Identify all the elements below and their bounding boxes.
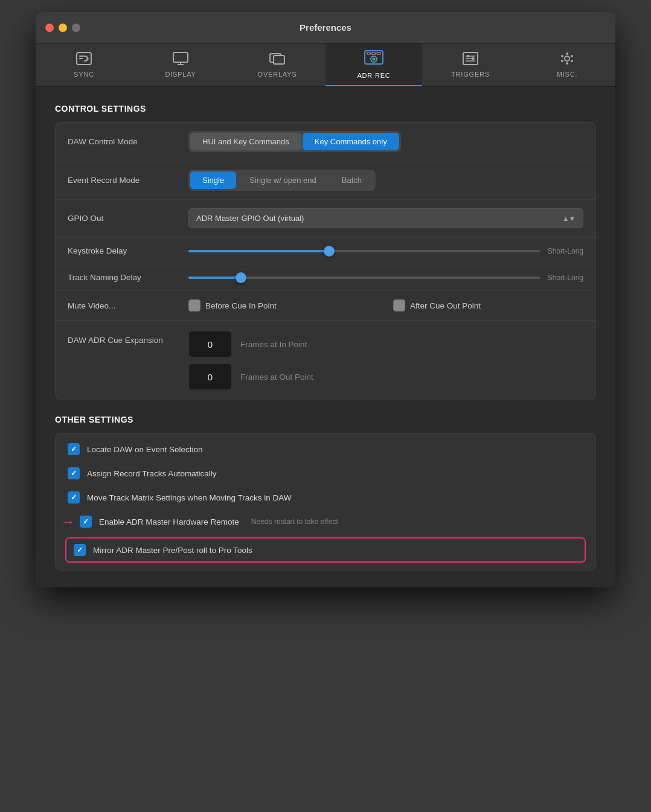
locate-daw-label: Locate DAW on Event Selection (87, 445, 203, 454)
tab-misc[interactable]: MISC. (519, 43, 615, 86)
after-cue-out-checkbox[interactable] (393, 299, 405, 312)
svg-point-11 (373, 57, 376, 60)
minimize-button[interactable] (59, 24, 67, 32)
dropdown-arrow-icon: ▲▼ (562, 215, 576, 222)
mirror-adr-label: Mirror ADR Master Pre/Post roll to Pro T… (93, 546, 252, 555)
svg-point-22 (571, 55, 573, 57)
out-point-value[interactable]: 0 (188, 363, 232, 390)
keystroke-delay-thumb[interactable] (324, 246, 335, 257)
triggers-icon (462, 51, 479, 68)
tab-sync[interactable]: SYNC (36, 43, 132, 86)
track-naming-delay-fill (188, 277, 241, 279)
tab-misc-label: MISC. (557, 71, 578, 78)
control-settings-header: CONTROL SETTINGS (55, 104, 596, 113)
keystroke-delay-label: Keystroke Delay (68, 246, 188, 255)
svg-rect-9 (377, 53, 380, 54)
other-settings-header: OTHER SETTINGS (55, 415, 596, 424)
in-point-label: Frames at In Point (240, 340, 307, 349)
gpio-out-value: ADR Master GPIO Out (virtual) (196, 214, 304, 223)
track-naming-delay-control: Short-Long (188, 273, 583, 282)
event-record-segmented: Single Single w/ open end Batch (188, 170, 376, 191)
mute-video-control: Before Cue In Point After Cue Out Point (188, 299, 583, 312)
daw-adr-cue-control: 0 Frames at In Point 0 Frames at Out Poi… (188, 331, 583, 390)
before-cue-in-row: Before Cue In Point (188, 299, 379, 312)
gpio-out-row: GPIO Out ADR Master GPIO Out (virtual) ▲… (56, 200, 595, 237)
svg-point-23 (561, 60, 563, 62)
mirror-adr-item: Mirror ADR Master Pre/Post roll to Pro T… (65, 537, 586, 563)
maximize-button[interactable] (72, 24, 80, 32)
track-naming-delay-max-label: Short-Long (548, 273, 583, 282)
sync-icon (75, 51, 92, 68)
other-settings-card: Locate DAW on Event Selection Assign Rec… (55, 433, 596, 571)
keystroke-delay-track[interactable] (188, 250, 540, 252)
key-commands-only-btn[interactable]: Key Commands only (303, 133, 399, 150)
mute-video-row: Mute Video... Before Cue In Point After … (56, 291, 595, 321)
content-area: CONTROL SETTINGS DAW Control Mode HUI an… (36, 87, 615, 587)
enable-adr-item: Enable ADR Master Hardware Remote Needs … (80, 510, 595, 534)
svg-point-18 (565, 56, 569, 61)
daw-adr-cue-row: DAW ADR Cue Expansion 0 Frames at In Poi… (56, 321, 595, 400)
in-point-value[interactable]: 0 (188, 331, 232, 357)
daw-control-segmented: HUI and Key Commands Key Commands only (188, 131, 401, 152)
svg-rect-8 (372, 53, 376, 54)
single-btn[interactable]: Single (190, 171, 236, 189)
gpio-out-label: GPIO Out (68, 214, 188, 223)
track-naming-delay-track[interactable] (188, 277, 540, 279)
assign-record-label: Assign Record Tracks Automatically (87, 469, 217, 478)
track-naming-delay-row: Track Naming Delay Short-Long (56, 264, 595, 291)
mirror-adr-checkbox[interactable] (74, 544, 86, 556)
gpio-out-control: ADR Master GPIO Out (virtual) ▲▼ (188, 208, 583, 228)
svg-rect-1 (173, 53, 188, 62)
enable-adr-wrapper: → Enable ADR Master Hardware Remote Need… (56, 510, 595, 534)
after-cue-out-row: After Cue Out Point (393, 299, 583, 312)
close-button[interactable] (45, 24, 54, 32)
tab-adr-rec[interactable]: ADR REC (326, 43, 422, 86)
event-record-mode-label: Event Record Mode (68, 176, 188, 185)
hui-key-commands-btn[interactable]: HUI and Key Commands (190, 133, 301, 150)
display-icon (172, 51, 189, 68)
move-track-matrix-checkbox[interactable] (68, 491, 80, 504)
out-point-label: Frames at Out Point (240, 372, 313, 382)
svg-point-20 (566, 62, 568, 65)
misc-icon (559, 51, 576, 68)
tab-triggers[interactable]: TRIGGERS (422, 43, 519, 86)
arrow-indicator-icon: → (60, 513, 75, 530)
locate-daw-item: Locate DAW on Event Selection (56, 437, 595, 461)
daw-control-mode-label: DAW Control Mode (68, 137, 188, 146)
before-cue-in-checkbox[interactable] (188, 299, 200, 312)
single-open-end-btn[interactable]: Single w/ open end (237, 171, 329, 189)
tab-bar: SYNC DISPLAY OVERLAYS (36, 43, 615, 87)
control-settings-card: DAW Control Mode HUI and Key Commands Ke… (55, 122, 596, 400)
in-point-row: 0 Frames at In Point (188, 331, 307, 357)
tab-display-label: DISPLAY (165, 71, 196, 78)
gpio-out-dropdown[interactable]: ADR Master GPIO Out (virtual) ▲▼ (188, 208, 583, 228)
traffic-lights (45, 24, 80, 32)
track-naming-delay-thumb[interactable] (236, 272, 246, 283)
enable-adr-label: Enable ADR Master Hardware Remote (99, 517, 239, 526)
arrow-container: → (56, 513, 80, 530)
daw-control-mode-row: DAW Control Mode HUI and Key Commands Ke… (56, 123, 595, 161)
assign-record-item: Assign Record Tracks Automatically (56, 461, 595, 485)
assign-record-checkbox[interactable] (68, 467, 80, 479)
tab-triggers-label: TRIGGERS (451, 71, 490, 78)
tab-overlays[interactable]: OVERLAYS (229, 43, 326, 86)
track-naming-delay-label: Track Naming Delay (68, 273, 188, 282)
restart-note: Needs restart to take effect (251, 517, 338, 526)
svg-rect-17 (472, 57, 474, 60)
svg-rect-16 (467, 55, 469, 57)
enable-adr-checkbox[interactable] (80, 516, 92, 528)
keystroke-delay-row: Keystroke Delay Short-Long (56, 238, 595, 264)
tab-overlays-label: OVERLAYS (258, 71, 297, 78)
batch-btn[interactable]: Batch (330, 171, 374, 189)
keystroke-delay-control: Short-Long (188, 247, 583, 255)
out-point-row: 0 Frames at Out Point (188, 363, 313, 390)
title-bar: Preferences (36, 12, 615, 43)
mute-video-label: Mute Video... (68, 301, 188, 310)
preferences-window: Preferences SYNC DISPLAY (36, 12, 615, 587)
after-cue-out-label: After Cue Out Point (410, 301, 481, 310)
daw-adr-cue-label: DAW ADR Cue Expansion (68, 331, 188, 345)
locate-daw-checkbox[interactable] (68, 443, 80, 455)
daw-control-mode-control: HUI and Key Commands Key Commands only (188, 131, 583, 152)
tab-display[interactable]: DISPLAY (132, 43, 229, 86)
keystroke-delay-fill (188, 250, 329, 252)
